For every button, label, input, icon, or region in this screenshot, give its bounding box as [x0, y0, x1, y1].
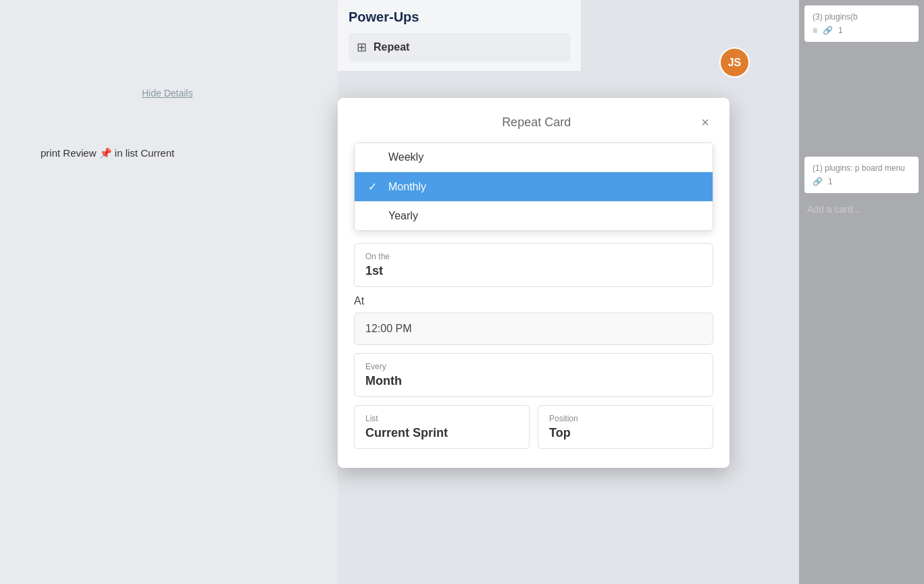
every-field[interactable]: Every Month	[354, 353, 713, 397]
attachment-count-2: 1	[828, 177, 833, 186]
modal-close-button[interactable]: ×	[697, 114, 713, 130]
yearly-checkmark	[368, 210, 382, 222]
monthly-label: Monthly	[388, 181, 426, 193]
on-the-value: 1st	[365, 264, 702, 278]
card-1-title: (3) plugins(b	[813, 12, 910, 22]
weekly-label: Weekly	[388, 151, 424, 163]
on-the-field[interactable]: On the 1st	[354, 243, 713, 287]
list-value: Current Sprint	[365, 426, 518, 440]
right-card-2[interactable]: (1) plugins: p board menu 🔗 1	[804, 157, 919, 193]
sprint-review-text: print Review 📌 in list Current	[41, 147, 174, 159]
weekly-option[interactable]: Weekly	[355, 143, 713, 172]
attachment-icon: 🔗	[823, 26, 833, 35]
modal-header: Repeat Card ×	[354, 114, 713, 130]
powerups-title: Power-Ups	[349, 9, 570, 25]
list-field[interactable]: List Current Sprint	[354, 405, 530, 449]
powerups-panel: Power-Ups ⊞ Repeat	[338, 0, 581, 71]
yearly-option[interactable]: Yearly	[355, 202, 713, 230]
position-label: Position	[549, 414, 702, 423]
hide-details-link[interactable]: Hide Details	[142, 88, 192, 99]
monthly-checkmark: ✓	[368, 180, 382, 193]
on-the-label: On the	[365, 252, 702, 261]
time-field[interactable]: 12:00 PM	[354, 313, 713, 345]
attachment-count-1: 1	[838, 26, 843, 35]
repeat-icon: ⊞	[357, 40, 367, 55]
card-2-title: (1) plugins: p board menu	[813, 163, 910, 173]
every-label: Every	[365, 362, 702, 371]
position-value: Top	[549, 426, 702, 440]
avatar: JS	[719, 47, 750, 78]
powerup-repeat-item[interactable]: ⊞ Repeat	[349, 33, 570, 61]
repeat-label: Repeat	[374, 41, 409, 53]
attachment-icon-2: 🔗	[813, 177, 823, 186]
monthly-option[interactable]: ✓ Monthly	[355, 172, 713, 202]
list-label: List	[365, 414, 518, 423]
every-value: Month	[365, 374, 702, 388]
position-field[interactable]: Position Top	[538, 405, 713, 449]
modal-title: Repeat Card	[376, 115, 697, 130]
bottom-fields: List Current Sprint Position Top	[354, 405, 713, 449]
card-1-icons: ≡ 🔗 1	[813, 26, 910, 35]
right-column-bg: (3) plugins(b ≡ 🔗 1 (1) plugins: p board…	[799, 0, 924, 584]
frequency-dropdown[interactable]: Weekly ✓ Monthly Yearly	[354, 142, 713, 231]
at-label: At	[354, 295, 713, 307]
add-card-text[interactable]: Add a card...	[799, 198, 924, 220]
repeat-card-modal: Repeat Card × Weekly ✓ Monthly Yearly On…	[338, 98, 729, 468]
weekly-checkmark	[368, 151, 382, 163]
yearly-label: Yearly	[388, 210, 418, 222]
lines-icon: ≡	[813, 26, 817, 35]
right-card-1[interactable]: (3) plugins(b ≡ 🔗 1	[804, 5, 919, 42]
card-2-icons: 🔗 1	[813, 177, 910, 186]
